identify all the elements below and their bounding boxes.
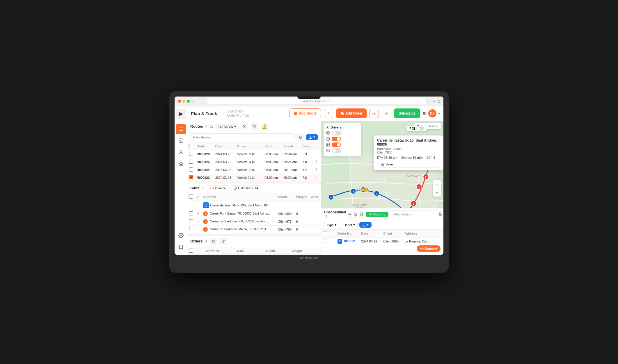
date-selector[interactable]: Tomorrow ▾ — [215, 124, 238, 129]
map-area[interactable]: 4 2 1 1 4 3 — [321, 121, 443, 255]
row-checkbox[interactable] — [189, 167, 193, 172]
filter-orders-input[interactable] — [391, 210, 436, 218]
table-row[interactable]: Carrer de Joan Miró, 135, Sant Martí, 08… — [187, 201, 321, 210]
search-box[interactable]: Search by Order Number — [220, 109, 255, 118]
table-row[interactable]: ⠿ D 000012 2024.03.22 Client7895 — [321, 238, 443, 245]
route-code[interactable]: R000028 — [195, 150, 214, 158]
row-more[interactable]: ⋮ — [313, 158, 321, 166]
table-row[interactable]: ⠿ 3 Carrer de Francesc Macià, 59, 08912 … — [187, 226, 321, 233]
sidebar-item-chart[interactable] — [176, 159, 186, 169]
user-menu[interactable]: ID DY ▾ — [423, 109, 440, 117]
copy-icon[interactable]: ⧉ — [209, 238, 217, 245]
maximize-btn[interactable] — [187, 100, 190, 103]
row-checkbox[interactable] — [189, 175, 193, 179]
table-row[interactable]: R000028 2024.03.23 Vehicle03 (D... 08:00… — [187, 150, 321, 158]
sites-select-all[interactable] — [189, 195, 193, 199]
table-row[interactable]: ⠿ 2 Carrer de Sant Lluc, 69, 08918 Badal… — [187, 218, 321, 226]
route-code[interactable]: R000023 — [195, 174, 214, 181]
toggle-switch[interactable] — [332, 131, 341, 135]
driver-toggle-4[interactable] — [326, 148, 359, 153]
table-row[interactable]: R000024 2024.03.23 Vehicle02 (D... 08:00… — [187, 166, 321, 174]
hybrid-tab[interactable]: Hybrid — [426, 123, 441, 129]
row-checkbox[interactable] — [189, 160, 193, 164]
route-code[interactable]: R000024 — [195, 166, 214, 174]
route-dist: 7.8 — [301, 174, 313, 181]
delete-unscheduled-icon[interactable]: 🗑 — [359, 210, 363, 218]
copy-unscheduled-icon[interactable]: ⧉ — [354, 210, 357, 218]
type-filter[interactable]: Type ▾ — [324, 222, 339, 228]
table-row[interactable]: ⠿ 4 Carrer d'Occitània, 40, 08911 Badalo… — [187, 233, 321, 234]
minimize-btn[interactable] — [182, 100, 185, 103]
optimize-button[interactable]: Optimize — [206, 185, 228, 191]
row-more[interactable]: ⋮ — [313, 174, 321, 181]
drag-handle[interactable]: ⠿ — [331, 239, 333, 243]
toggle-switch[interactable] — [332, 142, 341, 147]
support-button[interactable]: Support — [417, 245, 441, 252]
sidebar-item-bookmark[interactable] — [176, 242, 186, 252]
grid-view-button[interactable] — [382, 109, 391, 118]
delete-icon[interactable]: 🗑 — [251, 123, 258, 130]
drag-handle[interactable]: ⠿ — [197, 227, 199, 231]
calculate-eta-button[interactable]: Calculate ETA — [231, 185, 261, 191]
site-client: Client300 — [276, 210, 294, 218]
poi-toggle[interactable]: POI — [407, 126, 427, 131]
drag-handle[interactable]: ⠿ — [197, 220, 199, 224]
drag-handle[interactable]: ⠿ — [197, 212, 199, 216]
poi-switch[interactable] — [416, 126, 424, 131]
col-date: Date — [214, 142, 235, 150]
unscheduled-order-link[interactable]: 000012 — [344, 239, 355, 243]
depot-filter[interactable]: Depot ▾ — [341, 222, 358, 228]
filter-orders-icon[interactable]: ⚙ — [438, 210, 442, 218]
upload-button[interactable] — [324, 109, 333, 118]
route-code[interactable]: R000026 — [195, 158, 214, 166]
export-orders-button[interactable]: ▾ — [359, 222, 372, 228]
svg-text:1: 1 — [376, 192, 377, 195]
close-btn[interactable] — [178, 100, 181, 103]
route-start: 08:00 am — [263, 158, 282, 166]
driver-toggle-2[interactable] — [326, 137, 359, 141]
filter-icon[interactable]: ⚙ — [296, 133, 304, 141]
edit-unscheduled-icon[interactable]: ✏ — [348, 210, 352, 218]
unscheduled-select-all[interactable] — [323, 231, 327, 235]
zoom-in-button[interactable]: + — [433, 180, 441, 188]
bell-icon[interactable]: 🔔 — [260, 123, 268, 130]
delete-orders-icon[interactable]: 🗑 — [219, 238, 227, 245]
table-row[interactable]: R000026 2024.03.23 Vehicle04 (D... 08:00… — [187, 158, 321, 166]
col-finish: Finish — [282, 142, 301, 150]
routes-filter-input[interactable] — [190, 133, 295, 141]
table-row[interactable]: ⠿ 1 Carrer Font Santa, 78, 08930 Sant Ad… — [187, 210, 321, 218]
toggle-switch[interactable] — [332, 148, 341, 153]
routing-button[interactable]: Routing — [366, 212, 388, 217]
sidebar-toggle[interactable]: ▶ — [176, 109, 186, 119]
driver-toggle-1[interactable] — [326, 131, 359, 135]
site-checkbox[interactable] — [189, 211, 193, 215]
add-order-button[interactable]: ⊕ Add Order — [336, 108, 367, 118]
toggle-switch[interactable] — [332, 137, 341, 141]
clear-icon[interactable]: ✕ — [241, 123, 248, 130]
add-route-button[interactable]: ⊕ Add Route — [289, 108, 321, 118]
unscheduled-checkbox[interactable] — [323, 239, 327, 243]
save-popup-button[interactable]: Save — [377, 161, 440, 167]
orders-select-all[interactable] — [189, 249, 193, 253]
site-checkbox[interactable] — [189, 227, 193, 231]
driver-toggle-3[interactable] — [326, 142, 359, 147]
row-checkbox[interactable] — [189, 152, 193, 156]
table-row[interactable]: R000023 2024.03.23 Vehicle01 (J... 08:00… — [187, 174, 321, 181]
svg-point-56 — [327, 132, 328, 133]
zoom-out-button[interactable]: − — [433, 188, 441, 197]
svg-point-12 — [206, 204, 207, 205]
select-all-checkbox[interactable] — [189, 144, 193, 148]
row-more[interactable]: ⋮ — [313, 150, 321, 158]
export-button[interactable]: ▾ — [306, 134, 318, 140]
row-more[interactable]: ⋮ — [313, 166, 321, 174]
download-button[interactable] — [370, 109, 379, 118]
site-num-col: 4 Carrer d'Occitània, 40, 08911 Badalona… — [201, 233, 276, 234]
sidebar-item-list[interactable] — [176, 135, 186, 146]
row-more[interactable]: ⋮ — [436, 238, 443, 245]
subscribe-button[interactable]: Subscribe — [394, 108, 420, 118]
site-checkbox[interactable] — [189, 219, 193, 223]
route-date: 2024.03.23 — [214, 150, 235, 158]
sidebar-item-routes[interactable] — [176, 124, 186, 134]
sidebar-item-person[interactable] — [176, 147, 186, 158]
sidebar-item-settings[interactable] — [176, 230, 186, 241]
